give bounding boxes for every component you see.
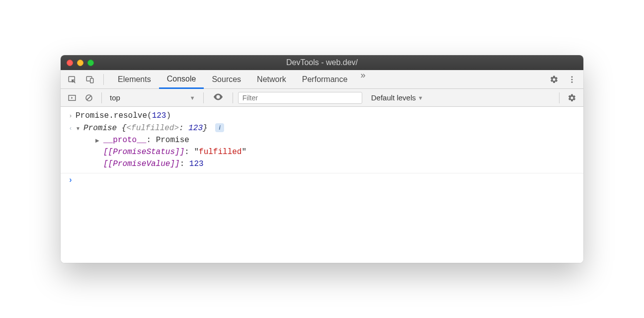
svg-point-3 — [571, 76, 573, 78]
traffic-lights — [67, 60, 94, 66]
tab-performance[interactable]: Performance — [294, 70, 356, 88]
kebab-menu-icon[interactable] — [564, 72, 579, 87]
window-close-button[interactable] — [67, 60, 73, 66]
tabs: Elements Console Sources Network Perform… — [110, 70, 370, 88]
window-minimize-button[interactable] — [77, 60, 83, 66]
inspect-element-icon[interactable] — [65, 72, 80, 87]
filter-input[interactable] — [238, 92, 362, 104]
tab-network[interactable]: Network — [249, 70, 294, 88]
disclosure-triangle-expanded-icon[interactable]: ▼ — [76, 126, 81, 131]
svg-line-8 — [87, 95, 91, 99]
context-label: top — [110, 93, 120, 102]
clear-console-icon[interactable] — [81, 90, 96, 105]
devtools-window: DevTools - web.dev/ Elements Console Sou… — [61, 55, 583, 263]
result-marker-icon: › — [66, 125, 76, 132]
toggle-drawer-icon[interactable] — [65, 90, 80, 105]
separator — [203, 92, 204, 103]
input-marker-icon: › — [66, 112, 76, 119]
detail-row-proto[interactable]: ▶__proto__: Promise — [61, 134, 583, 146]
separator — [559, 92, 560, 103]
settings-gear-icon[interactable] — [547, 72, 562, 87]
device-toggle-icon[interactable] — [82, 72, 97, 87]
detail-row-value: [[PromiseValue]]: 123 — [61, 158, 583, 170]
levels-label: Default levels — [371, 93, 416, 102]
titlebar: DevTools - web.dev/ — [61, 55, 583, 70]
prompt-caret-icon: › — [66, 175, 76, 184]
console-prompt[interactable]: › — [61, 173, 583, 186]
separator — [233, 92, 233, 103]
console-result-row[interactable]: › ▼Promise {<fulfilled>: 123} i — [61, 122, 583, 134]
live-expression-icon[interactable] — [209, 91, 228, 104]
window-title: DevTools - web.dev/ — [286, 58, 358, 67]
console-input-echo: › Promise.resolve(123) — [61, 110, 583, 122]
tab-elements[interactable]: Elements — [110, 70, 159, 88]
svg-point-5 — [571, 81, 573, 82]
dropdown-arrow-icon: ▼ — [190, 95, 195, 101]
window-maximize-button[interactable] — [87, 60, 94, 66]
tab-sources[interactable]: Sources — [204, 70, 249, 88]
svg-rect-2 — [90, 78, 93, 82]
disclosure-triangle-collapsed-icon[interactable]: ▶ — [95, 138, 101, 143]
console-toolbar: top ▼ Default levels ▼ — [61, 89, 583, 107]
svg-point-4 — [571, 79, 573, 80]
separator — [101, 92, 102, 103]
input-code: Promise.resolve(123) — [76, 111, 171, 120]
detail-row-status: [[PromiseStatus]]: "fulfilled" — [61, 146, 583, 158]
info-badge-icon[interactable]: i — [215, 123, 224, 132]
execution-context-select[interactable]: top ▼ — [107, 93, 198, 102]
tab-console[interactable]: Console — [159, 70, 204, 89]
result-summary[interactable]: ▼Promise {<fulfilled>: 123} i — [76, 123, 224, 133]
main-tabbar: Elements Console Sources Network Perform… — [61, 70, 583, 89]
console-settings-gear-icon[interactable] — [564, 90, 579, 105]
more-tabs-button[interactable]: » — [355, 70, 370, 88]
console-body[interactable]: › Promise.resolve(123) › ▼Promise {<fulf… — [61, 107, 583, 263]
separator — [103, 74, 104, 85]
log-levels-select[interactable]: Default levels ▼ — [364, 93, 430, 102]
dropdown-arrow-icon: ▼ — [418, 95, 423, 101]
